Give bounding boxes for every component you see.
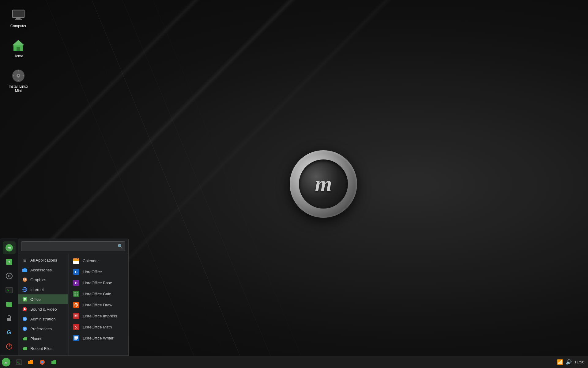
svg-text:∑: ∑ (75, 325, 78, 329)
taskbar-terminal[interactable]: >_ (13, 357, 24, 367)
sidebar-lock-icon[interactable] (3, 312, 16, 325)
install-mint-label: Install Linux Mint (8, 84, 29, 93)
app-libreoffice-calc[interactable]: LibreOffice Calc (69, 288, 128, 299)
taskbar-time: 11:56 (574, 360, 584, 364)
svg-text:m: m (7, 246, 11, 250)
app-libreoffice-writer-label: LibreOffice Writer (83, 336, 114, 340)
svg-rect-49 (24, 318, 26, 320)
svg-text:B: B (75, 281, 77, 285)
menu-body: ⊞ All Applications Accessories (18, 254, 128, 355)
taskbar: m >_ (0, 356, 588, 368)
svg-rect-6 (13, 10, 24, 17)
svg-rect-75 (73, 335, 79, 341)
svg-point-38 (25, 278, 26, 280)
category-recent-files[interactable]: Recent Files (18, 343, 68, 353)
svg-point-15 (18, 70, 19, 71)
svg-rect-77 (74, 337, 78, 338)
app-libreoffice-writer[interactable]: LibreOffice Writer (69, 332, 128, 343)
category-office[interactable]: Office (18, 294, 68, 304)
category-all-label: All Applications (30, 258, 57, 263)
office-icon (22, 296, 28, 302)
menu-sidebar: m + (0, 239, 18, 355)
desktop-icon-home[interactable]: Home (6, 36, 31, 60)
svg-rect-78 (74, 338, 78, 339)
svg-rect-61 (73, 291, 79, 297)
preferences-icon (22, 326, 28, 332)
sidebar-update-icon[interactable]: G (3, 326, 16, 339)
svg-rect-62 (74, 292, 76, 293)
graphics-icon (22, 277, 28, 283)
svg-line-1 (123, 0, 276, 368)
app-libreoffice-draw[interactable]: LibreOffice Draw (69, 299, 128, 310)
app-menu: m + (0, 239, 129, 356)
app-libreoffice-impress-label: LibreOffice Impress (83, 314, 117, 318)
category-administration[interactable]: Administration (18, 314, 68, 324)
app-libreoffice-math-label: LibreOffice Math (83, 325, 112, 329)
sidebar-mint-icon[interactable]: m (3, 241, 16, 254)
category-preferences-label: Preferences (30, 327, 52, 331)
computer-icon (11, 8, 26, 23)
category-sound-video[interactable]: Sound & Video (18, 304, 68, 314)
svg-text:m: m (5, 360, 7, 365)
computer-label: Computer (10, 24, 27, 28)
category-sound-video-label: Sound & Video (30, 307, 57, 312)
sidebar-software-icon[interactable]: + (3, 255, 16, 268)
svg-point-51 (24, 328, 26, 330)
category-recent-files-label: Recent Files (30, 346, 52, 351)
network-icon[interactable]: 📶 (557, 359, 563, 365)
sidebar-settings-icon[interactable] (3, 270, 16, 282)
sidebar-power-icon[interactable] (3, 340, 16, 353)
app-libreoffice-draw-label: LibreOffice Draw (83, 303, 112, 307)
recent-files-icon (22, 345, 28, 351)
desktop-icon-computer[interactable]: Computer (6, 6, 31, 30)
svg-point-14 (18, 75, 19, 76)
taskbar-start-button[interactable]: m (0, 356, 12, 368)
app-calendar-label: Calendar (83, 259, 99, 263)
home-label: Home (13, 54, 23, 58)
start-mint-logo: m (2, 358, 10, 366)
category-accessories[interactable]: Accessories (18, 265, 68, 275)
category-accessories-label: Accessories (30, 268, 52, 272)
app-libreoffice-label: LibreOffice (83, 270, 102, 274)
desktop-icon-install-mint[interactable]: Install Linux Mint (6, 67, 31, 95)
libreoffice-writer-icon (73, 335, 80, 341)
sidebar-terminal-icon[interactable]: >_ (3, 284, 16, 297)
desktop-icons: Computer Home (6, 6, 31, 95)
taskbar-files[interactable] (25, 357, 36, 367)
volume-icon[interactable]: 🔊 (566, 359, 572, 365)
svg-marker-10 (12, 40, 24, 45)
category-office-label: Office (30, 297, 41, 302)
category-all[interactable]: ⊞ All Applications (18, 255, 68, 265)
libreoffice-base-icon: B (73, 279, 80, 286)
places-icon (22, 335, 28, 342)
category-places[interactable]: Places (18, 334, 68, 343)
libreoffice-calc-icon (73, 290, 80, 297)
mint-logo: m (288, 149, 359, 219)
search-input[interactable] (21, 241, 125, 251)
app-calendar[interactable]: Calendar (69, 255, 128, 266)
taskbar-folder[interactable] (48, 357, 59, 367)
search-input-wrapper: 🔍 (21, 241, 125, 251)
category-administration-label: Administration (30, 317, 55, 321)
svg-point-37 (23, 278, 24, 280)
app-libreoffice-math[interactable]: ∑ LibreOffice Math (69, 321, 128, 332)
app-libreoffice[interactable]: L LibreOffice (69, 266, 128, 277)
svg-rect-11 (17, 47, 20, 51)
logo-inner-ring: m (299, 159, 348, 209)
sidebar-files-icon[interactable] (3, 298, 16, 311)
svg-text:L: L (75, 270, 78, 274)
svg-rect-65 (77, 294, 78, 296)
logo-letter: m (315, 171, 332, 197)
svg-rect-34 (22, 269, 27, 272)
svg-point-18 (13, 75, 14, 76)
svg-rect-63 (77, 292, 78, 293)
taskbar-firefox[interactable] (37, 357, 48, 367)
category-graphics[interactable]: Graphics (18, 275, 68, 285)
svg-text:>_: >_ (17, 361, 20, 364)
libreoffice-icon: L (73, 268, 80, 275)
category-internet[interactable]: Internet (18, 285, 68, 294)
category-preferences[interactable]: Preferences (18, 324, 68, 334)
app-libreoffice-base[interactable]: B LibreOffice Base (69, 277, 128, 288)
libreoffice-math-icon: ∑ (73, 324, 80, 330)
app-libreoffice-impress[interactable]: LibreOffice Impress (69, 310, 128, 321)
